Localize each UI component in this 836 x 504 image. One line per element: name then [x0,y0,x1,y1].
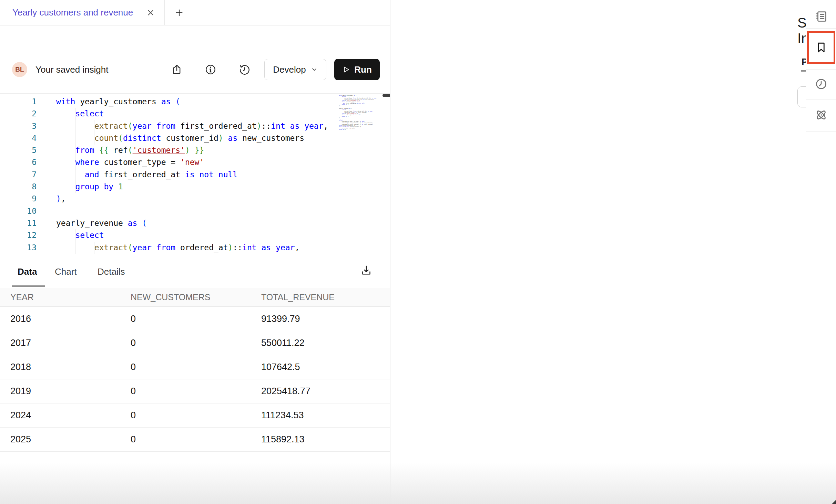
explore-icon [814,108,828,122]
table-cell: 2019 [0,386,131,397]
code-line: 2 select [0,108,390,120]
results-table-header: YEAR NEW_CUSTOMERS TOTAL_REVENUE [0,288,390,307]
table-cell: 111234.53 [261,410,390,421]
column-header-year: YEAR [0,292,131,302]
download-results-button[interactable] [358,262,374,278]
table-cell: 2016 [0,314,131,324]
indent-guide [75,108,75,193]
insight-toolbar: BL Your saved insight Develop Run [0,25,390,63]
app-window: Yearly customers and revenue BL Your sav… [0,0,836,504]
code-line: 6 where customer_type = 'new' [0,156,390,168]
table-row[interactable]: 20250115892.13 [0,428,390,452]
active-tab-underline [12,285,45,287]
table-cell: 91399.79 [261,314,390,324]
code-line: 5 from {{ ref('customers') }} [0,144,390,156]
table-cell: 2017 [0,338,131,348]
close-tab-icon[interactable] [146,9,155,17]
rail-divider [806,99,836,99]
code-line: 7 and first_ordered_at is not null [0,169,390,181]
tab-details[interactable]: Details [98,266,125,277]
tab-bar: Yearly customers and revenue [0,0,390,25]
table-cell: 2025418.77 [261,386,390,397]
table-cell: 115892.13 [261,434,390,445]
table-cell: 550011.22 [261,338,390,348]
code-line: 8 group by 1 [0,181,390,193]
table-cell: 0 [131,410,261,421]
indent-guide [94,242,94,254]
code-lines: 1with yearly_customers as (2 select3 ext… [0,94,390,254]
status-row: Query completed in 4s Environment: PROD … [0,63,390,93]
rail-divider [806,69,836,70]
resize-corner [832,500,836,504]
sql-code-editor[interactable]: 1with yearly_customers as (2 select3 ext… [0,93,390,254]
bookmark-icon [815,41,827,54]
code-line: 4 count(distinct customer_id) as new_cus… [0,132,390,144]
table-cell: 107642.5 [261,362,390,372]
clock-icon [815,77,828,91]
editor-minimap[interactable]: with yearly_customers as ( select extrac… [339,95,382,246]
table-row[interactable]: 20170550011.22 [0,331,390,355]
column-header-total-revenue: TOTAL_REVENUE [261,292,390,302]
rail-divider [806,28,836,29]
table-cell: 0 [131,434,261,445]
notebook-panel-button[interactable] [806,10,836,23]
code-line: 1with yearly_customers as ( [0,96,390,108]
table-row[interactable]: 20240111234.53 [0,403,390,428]
code-line: 9), [0,193,390,205]
download-icon [360,264,373,276]
results-tab-bar: Data Chart Details [0,254,390,288]
results-table-body: 2016091399.7920170550011.2220180107642.5… [0,307,390,452]
column-header-new-customers: NEW_CUSTOMERS [131,292,261,302]
table-cell: 0 [131,386,261,397]
indent-guide [94,120,94,145]
saved-insights-button[interactable] [806,41,836,54]
indent-guide [75,229,75,254]
tab-data[interactable]: Data [18,266,37,277]
right-icon-rail [806,0,836,504]
code-line: 11yearly_revenue as ( [0,217,390,229]
tab-chart[interactable]: Chart [55,266,77,277]
notebook-icon [815,10,828,23]
table-cell: 2024 [0,410,131,421]
history-panel-button[interactable] [806,77,836,91]
table-cell: 0 [131,338,261,348]
tab-title: Yearly customers and revenue [12,7,146,18]
table-row[interactable]: 2016091399.79 [0,307,390,331]
rail-divider [806,131,836,132]
query-editor-panel: Yearly customers and revenue BL Your sav… [0,0,390,504]
saved-insights-panel: Saved Insights Personal Shared with me Y… [390,0,806,504]
code-line: 13 extract(year from ordered_at)::int as… [0,242,390,254]
editor-scrollbar-thumb[interactable] [383,94,390,97]
table-row[interactable]: 20180107642.5 [0,355,390,379]
table-row[interactable]: 201902025418.77 [0,379,390,403]
code-line: 3 extract(year from first_ordered_at)::i… [0,120,390,132]
explore-panel-button[interactable] [806,108,836,122]
code-line: 12 select [0,229,390,241]
table-cell: 2018 [0,362,131,372]
table-cell: 0 [131,314,261,324]
code-line: 10 [0,205,390,217]
table-cell: 2025 [0,434,131,445]
new-tab-button[interactable] [174,8,184,18]
tab-yearly-customers-and-revenue[interactable]: Yearly customers and revenue [0,0,165,25]
table-cell: 0 [131,362,261,372]
